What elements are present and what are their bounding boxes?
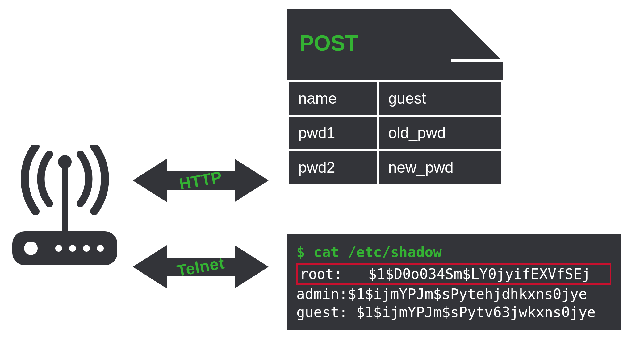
svg-point-4 bbox=[55, 245, 62, 252]
shadow-guest-line: guest: $1$ijmYPJm$sPytv63jwkxns0jye bbox=[296, 303, 611, 322]
table-row: pwd1 old_pwd bbox=[288, 116, 502, 150]
param-value: old_pwd bbox=[378, 116, 502, 150]
router-icon bbox=[12, 145, 117, 268]
telnet-arrow: Telnet bbox=[133, 241, 269, 293]
svg-point-6 bbox=[83, 245, 90, 252]
param-key: pwd1 bbox=[288, 116, 378, 150]
svg-rect-0 bbox=[62, 162, 68, 233]
shadow-admin-line: admin:$1$ijmYPJm$sPytehjdhkxns0jye bbox=[296, 285, 611, 304]
svg-marker-9 bbox=[133, 245, 269, 288]
post-params-table: name guest pwd1 old_pwd pwd2 new_pwd bbox=[287, 80, 503, 186]
terminal-output: $ cat /etc/shadow root: $1$D0o034Sm$LY0j… bbox=[287, 234, 621, 330]
shadow-root-line: root: $1$D0o034Sm$LY0jyifEXVfSEj bbox=[296, 263, 611, 285]
http-arrow: HTTP bbox=[133, 154, 269, 207]
post-header: POST bbox=[287, 9, 503, 80]
table-row: pwd2 new_pwd bbox=[288, 150, 502, 185]
svg-point-7 bbox=[97, 245, 104, 252]
svg-marker-8 bbox=[133, 159, 269, 202]
svg-point-5 bbox=[69, 245, 76, 252]
svg-point-3 bbox=[24, 242, 38, 255]
terminal-command: $ cat /etc/shadow bbox=[296, 243, 611, 262]
post-method: POST bbox=[299, 31, 358, 56]
param-key: name bbox=[288, 81, 378, 116]
post-document: POST name guest pwd1 old_pwd pwd2 new_pw… bbox=[287, 9, 503, 186]
param-value: new_pwd bbox=[378, 150, 502, 185]
param-value: guest bbox=[378, 81, 502, 116]
param-key: pwd2 bbox=[288, 150, 378, 185]
svg-point-1 bbox=[58, 155, 72, 169]
table-row: name guest bbox=[288, 81, 502, 116]
